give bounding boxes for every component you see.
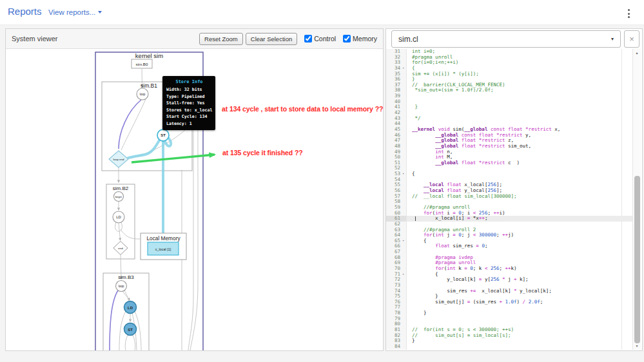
code-panel: sim.cl ▾ × 31int i=0;32#pragma unroll33f… <box>385 28 643 351</box>
begin-label: begin <box>115 195 122 198</box>
memory-checkbox[interactable] <box>343 35 351 43</box>
top-nav: Reports View reports... <box>0 0 644 25</box>
control-checkbox-label[interactable]: Control <box>304 35 336 43</box>
code-line[interactable]: 41 } <box>386 104 632 110</box>
code-line[interactable]: 52 <box>386 166 632 171</box>
tooltip-title: Store Info <box>166 79 212 84</box>
local-memory-label: Local Memory <box>146 235 181 242</box>
view-reports-menu[interactable]: View reports... <box>48 8 102 16</box>
x-local-label: x_local [1] <box>155 247 171 251</box>
reset-zoom-button[interactable]: Reset Zoom <box>199 33 243 45</box>
scroll-up-arrow[interactable]: ▲ <box>633 50 641 56</box>
close-button[interactable]: × <box>624 30 639 48</box>
code-line[interactable]: 39 <box>386 93 632 99</box>
loop-label: loop <box>140 93 146 96</box>
vertical-scrollbar[interactable]: ▲ ▼ <box>632 49 641 350</box>
memory-checkbox-label[interactable]: Memory <box>343 35 377 43</box>
edge <box>125 335 128 350</box>
code-line[interactable]: 53▾{ <box>386 171 632 177</box>
tooltip-row: Latency: 1 <box>166 120 212 128</box>
chevron-down-icon <box>98 11 102 14</box>
control-checkbox[interactable] <box>304 35 312 43</box>
system-viewer-header: System viewer Reset Zoom Clear Selection… <box>6 29 383 49</box>
ld-label: LD <box>128 306 133 310</box>
panel-title: System viewer <box>12 35 58 43</box>
st-label: ST <box>161 133 166 137</box>
clear-selection-button[interactable]: Clear Selection <box>246 33 297 45</box>
ld-label: LD <box>116 215 121 219</box>
annotation-note-2: at 135 cycle it finished ?? <box>222 149 303 157</box>
kebab-menu-icon[interactable] <box>627 8 631 19</box>
annotation-note-1: at 134 cycle , start to store data to lo… <box>222 105 383 113</box>
kernel-sim-label: kernel sim <box>135 52 163 59</box>
loop-end-label: loop end <box>113 158 124 161</box>
reports-brand[interactable]: Reports <box>8 6 42 17</box>
code-line[interactable]: 83} <box>386 338 632 344</box>
tooltip-row: Stall-free: Yes <box>166 100 212 107</box>
sim-b2-label: sim.B2 <box>113 186 129 191</box>
code-line[interactable]: 33for(i=0;i<n;++i) <box>386 60 632 66</box>
code-line[interactable]: 82// sim_out[s] = sim_local[s]; <box>386 333 632 339</box>
file-select-value: sim.cl <box>398 35 418 44</box>
system-viewer-panel: System viewer Reset Zoom Clear Selection… <box>5 28 384 351</box>
code-line[interactable]: 76 sim_out[j] = (sim_res + 1.0f) / 2.0f; <box>386 300 632 305</box>
code-line[interactable]: 35sim += (x[i]) * (y[i]); <box>386 71 632 77</box>
scroll-down-arrow[interactable]: ▼ <box>633 343 641 349</box>
tooltip-row: Start Cycle: 134 <box>166 113 212 120</box>
tooltip-row: Type: Pipelined <box>166 93 212 100</box>
code-line[interactable]: 57// __local float sim_local[300000]; <box>386 194 632 200</box>
tooltip-row: Stores to: x_local <box>166 107 212 114</box>
code-line[interactable]: 78 } <box>386 310 632 316</box>
end-label: end <box>118 247 123 250</box>
code-line[interactable]: 51 __global float *restrict c ) <box>386 160 632 166</box>
loop-back-edge <box>119 100 141 149</box>
tooltip-row: Width: 32 bits <box>166 86 212 93</box>
edge <box>121 99 146 150</box>
memory-label: Memory <box>353 35 377 43</box>
view-reports-label: View reports... <box>48 8 95 16</box>
edge <box>190 97 198 350</box>
code-line[interactable]: 43 */ <box>386 116 632 122</box>
loop-label: loop <box>119 285 124 288</box>
code-line[interactable]: 42 <box>386 110 632 116</box>
sim-b3-label: sim.B3 <box>118 274 134 280</box>
edge-to-local-memory <box>121 229 140 239</box>
chevron-down-icon: ▾ <box>611 36 614 42</box>
scrollbar-thumb[interactable] <box>634 176 640 343</box>
store-info-tooltip: Store Info Width: 32 bits Type: Pipeline… <box>162 76 215 130</box>
code-line[interactable]: 66 float sim_res = 0; <box>386 243 632 249</box>
code-line[interactable]: 61 x_local[i] = *x++; <box>386 216 632 222</box>
code-line[interactable]: 79 <box>386 316 632 322</box>
code-line[interactable]: 38 *sim_out=(sim + 1.0f)/2.0f; <box>386 88 632 93</box>
edge <box>133 335 135 350</box>
code-line[interactable]: 84 <box>386 344 632 350</box>
st-label: ST <box>128 328 133 332</box>
code-lines-host: 31int i=0;32#pragma unroll33for(i=0;i<n;… <box>386 49 632 350</box>
edge <box>188 97 193 350</box>
code-editor[interactable]: 31int i=0;32#pragma unroll33for(i=0;i<n;… <box>386 49 641 350</box>
control-label: Control <box>314 35 336 43</box>
system-viewer-canvas[interactable]: kernel sim sim.B0 sim.B1 loop ST loo <box>6 49 383 350</box>
sim-b0-label: sim.B0 <box>136 62 148 66</box>
edge <box>122 291 130 300</box>
viewer-controls: Reset Zoom Clear Selection Control Memor… <box>199 33 377 45</box>
code-line[interactable]: 40 <box>386 99 632 105</box>
code-line[interactable]: 72 y_local[k] = y[256 * j + k]; <box>386 277 632 283</box>
loop-back-edge <box>110 291 118 350</box>
file-select[interactable]: sim.cl ▾ <box>391 30 621 48</box>
